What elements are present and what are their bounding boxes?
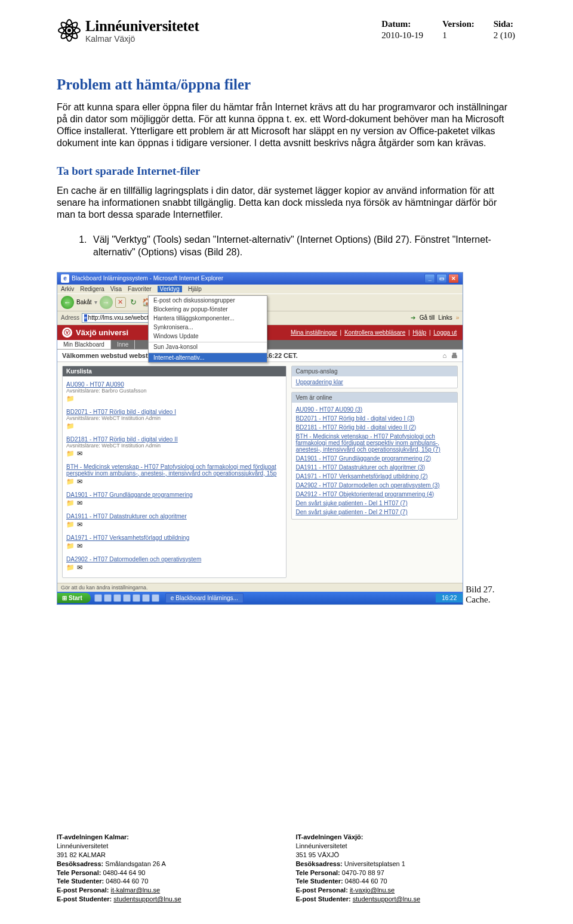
link-uppgradering[interactable]: Uppgradering klar bbox=[295, 379, 343, 385]
vaxjo-logo-icon: ⓥ bbox=[62, 327, 72, 338]
course-folder-icon[interactable]: 📁 bbox=[66, 542, 75, 550]
dd-synk[interactable]: Synkronisera... bbox=[149, 323, 267, 332]
heading-level1: Problem att hämta/öppna filer bbox=[57, 76, 516, 93]
ql-5[interactable] bbox=[133, 594, 140, 602]
dd-tillagg[interactable]: Hantera tilläggskomponenter... bbox=[149, 314, 267, 323]
online-link[interactable]: Den svårt sjuke patienten - Del 2 HT07 (… bbox=[295, 509, 407, 515]
menu-verktyg[interactable]: Verktyg bbox=[158, 286, 182, 292]
course-folder-icon[interactable]: 📁 bbox=[66, 395, 75, 403]
course-folder-icon[interactable]: 📁 bbox=[66, 478, 75, 486]
course-sub: Avsnittslärare: Barbro Gustafsson bbox=[66, 388, 282, 394]
ql-3[interactable] bbox=[113, 594, 121, 602]
print-small-icon[interactable]: 🖶 bbox=[451, 352, 458, 359]
course-mail-icon[interactable]: ✉ bbox=[77, 521, 82, 529]
close-button[interactable]: ✕ bbox=[448, 274, 459, 283]
link-kontrollera[interactable]: Kontrollera webbläsare bbox=[344, 329, 405, 336]
course-mail-icon[interactable]: ✉ bbox=[77, 564, 82, 571]
online-link[interactable]: AU090 - HT07 AU090 (3) bbox=[295, 406, 362, 413]
meta-version-value: 1 bbox=[442, 30, 492, 41]
footer-text: 351 95 VÄXJÖ bbox=[295, 851, 339, 858]
link-it-kalmar[interactable]: it-kalmar@lnu.se bbox=[110, 886, 160, 894]
paragraph-intro: För att kunna spara eller öppna filer du… bbox=[57, 101, 516, 149]
link-mina-installningar[interactable]: Mina inställningar bbox=[291, 329, 337, 336]
forward-icon[interactable]: → bbox=[100, 296, 113, 309]
online-link[interactable]: DA1971 - HT07 Verksamhetsförlagd utbildn… bbox=[295, 473, 427, 480]
dd-epost[interactable]: E-post och diskussionsgrupper bbox=[149, 296, 267, 305]
course-mail-icon[interactable]: ✉ bbox=[77, 542, 82, 550]
ie-titlebar: e Blackboard Inlärningssystem - Microsof… bbox=[57, 273, 463, 285]
start-button[interactable]: ⊞ Start bbox=[57, 593, 91, 603]
course-mail-icon[interactable]: ✉ bbox=[77, 450, 82, 458]
dd-java[interactable]: Sun Java-konsol bbox=[149, 342, 267, 351]
logo-block: Linnéuniversitetet Kalmar Växjö bbox=[57, 18, 199, 44]
link-studentsupport-vaxjo[interactable]: studentsupport@lnu.se bbox=[353, 895, 420, 903]
online-link[interactable]: DA2902 - HT07 Datormodellen och operativ… bbox=[295, 482, 439, 489]
course-mail-icon[interactable]: ✉ bbox=[77, 499, 82, 507]
menu-arkiv[interactable]: Arkiv bbox=[61, 286, 74, 292]
course-folder-icon[interactable]: 📁 bbox=[66, 422, 75, 430]
menu-favoriter[interactable]: Favoriter bbox=[128, 286, 151, 292]
footer-label: Besöksadress: bbox=[57, 860, 103, 867]
course-folder-icon[interactable]: 📁 bbox=[66, 521, 75, 529]
course-item: BTH - Medicinsk vetenskap - HT07 Patofys… bbox=[66, 461, 282, 489]
ql-1[interactable] bbox=[94, 594, 102, 602]
tab-inne[interactable]: Inne bbox=[111, 340, 135, 349]
home-small-icon[interactable]: ⌂ bbox=[443, 352, 447, 359]
tray-clock: 16:22 bbox=[442, 595, 457, 601]
ql-4[interactable] bbox=[123, 594, 131, 602]
online-link[interactable]: BTH - Medicinsk vetenskap - HT07 Patofys… bbox=[295, 433, 440, 453]
online-link[interactable]: DA2912 - HT07 Objektorienterad programme… bbox=[295, 491, 434, 497]
stop-icon[interactable]: ✕ bbox=[115, 297, 126, 308]
ql-6[interactable] bbox=[142, 594, 150, 602]
dd-internet-alternativ[interactable]: Internet-alternativ... bbox=[149, 353, 267, 362]
course-link[interactable]: DA1971 - HT07 Verksamhetsförlagd utbildn… bbox=[66, 534, 189, 541]
course-link[interactable]: DA2902 - HT07 Datormodellen och operativ… bbox=[66, 556, 201, 563]
online-link[interactable]: Den svårt sjuke patienten - Del 1 HT07 (… bbox=[295, 500, 407, 506]
course-link[interactable]: DA1901 - HT07 Grundläggande programmerin… bbox=[66, 492, 193, 498]
refresh-icon[interactable]: ↻ bbox=[128, 297, 139, 308]
link-logga-ut[interactable]: Logga ut bbox=[433, 329, 457, 336]
taskbar-app-button[interactable]: e Blackboard Inlärnings... bbox=[165, 593, 244, 603]
linneuniversitetet-logo-icon bbox=[57, 18, 82, 43]
address-input[interactable]: e http://lms.vxu.se/webct/ bbox=[82, 313, 150, 323]
course-link[interactable]: DA1911 - HT07 Datastrukturer och algorit… bbox=[66, 513, 187, 520]
ql-2[interactable] bbox=[104, 594, 112, 602]
ie-window-title: Blackboard Inlärningssystem - Microsoft … bbox=[72, 275, 223, 282]
paragraph-cache: En cache är en tillfällig lagringsplats … bbox=[57, 185, 516, 221]
link-studentsupport-kalmar[interactable]: studentsupport@lnu.se bbox=[113, 895, 181, 903]
course-folder-icon[interactable]: 📁 bbox=[66, 499, 75, 507]
menu-redigera[interactable]: Redigera bbox=[80, 286, 104, 292]
course-link[interactable]: AU090 - HT07 AU090 bbox=[66, 381, 124, 388]
link-it-vaxjo[interactable]: it-vaxjo@lnu.se bbox=[350, 886, 395, 894]
page-icon: e bbox=[84, 314, 87, 322]
course-link[interactable]: BD2071 - HT07 Rörlig bild - digital vide… bbox=[66, 409, 176, 415]
ql-7[interactable] bbox=[152, 594, 159, 602]
meta-sida-label: Sida: bbox=[494, 19, 515, 29]
menu-hjalp[interactable]: Hjälp bbox=[188, 286, 202, 292]
doc-meta-table: Datum: Version: Sida: 2010-10-19 1 2 (10… bbox=[380, 18, 516, 42]
course-link[interactable]: BD2181 - HT07 Rörlig bild - digital vide… bbox=[66, 436, 178, 443]
online-link[interactable]: BD2071 - HT07 Rörlig bild - digital vide… bbox=[295, 415, 414, 422]
go-button[interactable]: ➔ Gå till bbox=[411, 314, 435, 321]
footer-label: E-post Studenter: bbox=[57, 895, 112, 903]
footer-text: Linnéuniversitetet bbox=[57, 842, 108, 849]
page-footer: IT-avdelningen Kalmar: Linnéuniversitete… bbox=[57, 833, 516, 904]
course-folder-icon[interactable]: 📁 bbox=[66, 564, 75, 571]
course-link[interactable]: BTH - Medicinsk vetenskap - HT07 Patofys… bbox=[66, 463, 276, 477]
ie-toolbar: ← Bakåt ▾ → ✕ ↻ 🏠 E-post och diskussions… bbox=[57, 293, 463, 311]
dd-winupdate[interactable]: Windows Update bbox=[149, 332, 267, 341]
maximize-button[interactable]: ▭ bbox=[436, 274, 447, 283]
back-label[interactable]: Bakåt bbox=[76, 299, 92, 305]
tab-min-blackboard[interactable]: Min Blackboard bbox=[57, 340, 111, 349]
link-hjalp[interactable]: Hjälp bbox=[412, 329, 426, 336]
dd-popup[interactable]: Blockering av popup-fönster bbox=[149, 305, 267, 314]
minimize-button[interactable]: _ bbox=[424, 274, 435, 283]
links-button[interactable]: Links bbox=[438, 314, 452, 321]
online-link[interactable]: DA1901 - HT07 Grundläggande programmerin… bbox=[295, 455, 431, 462]
course-mail-icon[interactable]: ✉ bbox=[77, 478, 82, 486]
online-link[interactable]: BD2181 - HT07 Rörlig bild - digital vide… bbox=[295, 424, 416, 431]
course-folder-icon[interactable]: 📁 bbox=[66, 450, 75, 458]
back-icon[interactable]: ← bbox=[61, 296, 74, 309]
menu-visa[interactable]: Visa bbox=[110, 286, 122, 292]
online-link[interactable]: DA1911 - HT07 Datastrukturer och algorit… bbox=[295, 464, 425, 471]
